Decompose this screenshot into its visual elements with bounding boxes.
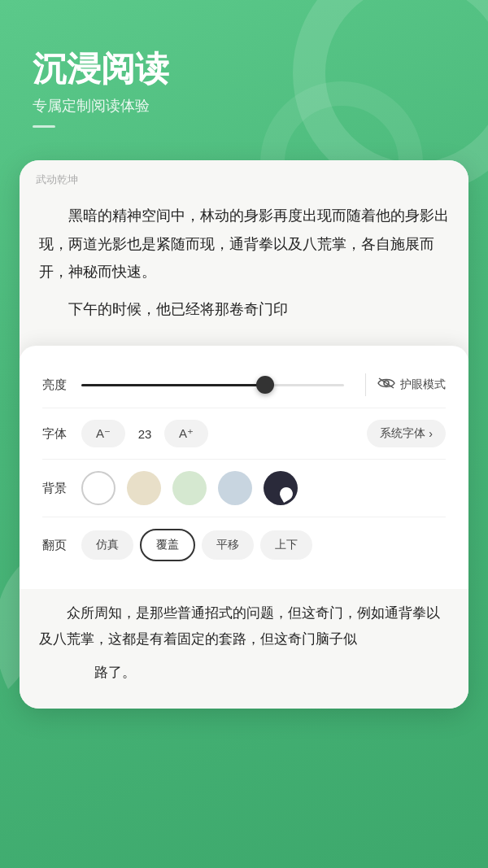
bg-option-white[interactable] bbox=[81, 471, 115, 505]
bg-option-bluegray[interactable] bbox=[218, 471, 252, 505]
font-family-button[interactable]: 系统字体 › bbox=[367, 420, 446, 447]
font-decrease-button[interactable]: A⁻ bbox=[81, 420, 125, 447]
slider-fill bbox=[81, 384, 265, 386]
brightness-row: 亮度 护眼模式 bbox=[42, 362, 446, 408]
book-title: 武动乾坤 bbox=[36, 173, 78, 185]
reading-content: 黑暗的精神空间中，林动的身影再度出现而随着他的身影出现，两道光影也是紧随而现，通… bbox=[20, 194, 468, 346]
bg-option-mint[interactable] bbox=[172, 471, 207, 505]
header-divider bbox=[33, 125, 55, 128]
bg-option-beige[interactable] bbox=[127, 471, 161, 505]
bottom-paragraph-2: 路了。 bbox=[39, 660, 449, 686]
background-label: 背景 bbox=[42, 481, 72, 496]
eye-mode-label: 护眼模式 bbox=[400, 377, 446, 392]
background-options bbox=[81, 471, 446, 505]
font-row: 字体 A⁻ 23 A⁺ 系统字体 › bbox=[42, 408, 446, 460]
font-family-chevron: › bbox=[429, 427, 433, 440]
bottom-content: 众所周知，是那些普通招式的问题，但这奇门，例如通背拳以及八荒掌，这都是有着固定的… bbox=[20, 589, 468, 709]
brightness-label: 亮度 bbox=[42, 377, 72, 393]
brightness-slider-wrap[interactable] bbox=[81, 384, 344, 386]
bg-option-dark[interactable] bbox=[264, 471, 298, 505]
page-subtitle: 专属定制阅读体验 bbox=[33, 96, 455, 116]
brightness-divider bbox=[365, 373, 366, 396]
slider-thumb[interactable] bbox=[256, 376, 274, 394]
header: 沉浸阅读 专属定制阅读体验 bbox=[0, 0, 488, 144]
page-title: 沉浸阅读 bbox=[33, 49, 455, 89]
reading-paragraph-2: 下午的时候，他已经将那卷奇门印 bbox=[39, 295, 449, 323]
background-row: 背景 bbox=[42, 460, 446, 517]
pageturn-btn-slide[interactable]: 平移 bbox=[202, 530, 254, 560]
main-card: 武动乾坤 黑暗的精神空间中，林动的身影再度出现而随着他的身影出现，两道光影也是紧… bbox=[20, 160, 468, 709]
font-increase-button[interactable]: A⁺ bbox=[164, 420, 208, 447]
pageturn-btn-simulated[interactable]: 仿真 bbox=[81, 530, 133, 560]
font-controls: A⁻ 23 A⁺ 系统字体 › bbox=[81, 420, 446, 447]
bottom-paragraph: 众所周知，是那些普通招式的问题，但这奇门，例如通背拳以及八荒掌，这都是有着固定的… bbox=[39, 600, 449, 653]
eye-icon bbox=[377, 377, 395, 394]
pageturn-label: 翻页 bbox=[42, 538, 72, 553]
eye-mode[interactable]: 护眼模式 bbox=[377, 377, 446, 394]
pageturn-btn-updown[interactable]: 上下 bbox=[260, 530, 312, 560]
reading-paragraph-1: 黑暗的精神空间中，林动的身影再度出现而随着他的身影出现，两道光影也是紧随而现，通… bbox=[39, 202, 449, 286]
font-label: 字体 bbox=[42, 426, 72, 442]
book-title-bar: 武动乾坤 bbox=[20, 160, 468, 194]
pageturn-row: 翻页 仿真 覆盖 平移 上下 bbox=[42, 517, 446, 573]
pageturn-options: 仿真 覆盖 平移 上下 bbox=[81, 529, 446, 561]
settings-panel: 亮度 护眼模式 bbox=[20, 346, 468, 589]
pageturn-btn-overlay[interactable]: 覆盖 bbox=[140, 529, 195, 561]
font-size-value: 23 bbox=[133, 427, 156, 441]
slider-track[interactable] bbox=[81, 384, 344, 386]
font-family-label: 系统字体 bbox=[380, 426, 425, 441]
